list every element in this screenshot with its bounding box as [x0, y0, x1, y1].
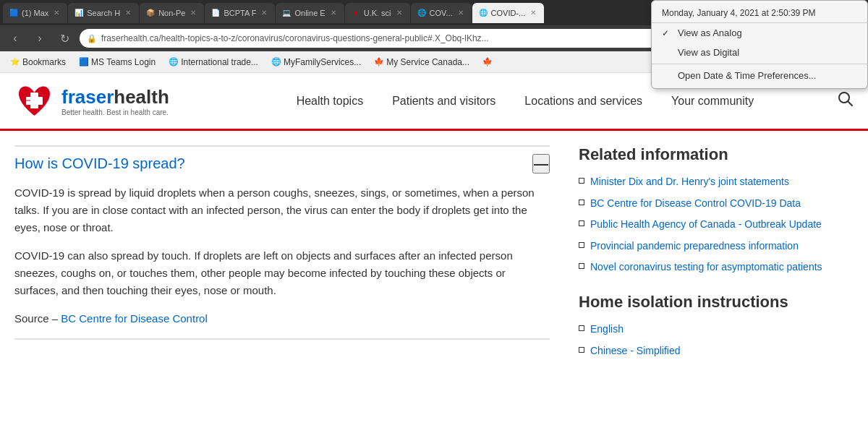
- globe-icon-1: 🌐: [169, 57, 179, 67]
- intl-trade-bookmark[interactable]: 🌐 International trade...: [164, 56, 263, 69]
- fh-logo[interactable]: fraserhealth Better health. Best in heal…: [14, 81, 169, 121]
- bookmarks-manager[interactable]: ⭐ Bookmarks: [6, 56, 70, 69]
- link-square-chi: [579, 347, 584, 353]
- nav-locations-services[interactable]: Locations and services: [524, 92, 642, 111]
- content-right: Related information Minister Dix and Dr.…: [579, 145, 854, 432]
- link-square-5: [579, 263, 584, 269]
- back-button[interactable]: ‹: [6, 29, 25, 48]
- menu-prefs-label: Open Date & Time Preferences...: [678, 73, 816, 81]
- related-link-5-text: Novel coronavirus testing for asymptomat…: [590, 260, 822, 275]
- tab-title-teams: (1) Max: [22, 9, 48, 17]
- tab-title-nonpe: Non-Pe: [158, 9, 185, 17]
- tab-title-uksci: U.K. sci: [364, 9, 391, 17]
- question-header: How is COVID-19 spread? —: [14, 154, 550, 184]
- maple-leaf-icon-1: 🍁: [374, 57, 384, 67]
- service-canada-bookmark[interactable]: 🍁 My Service Canada...: [370, 56, 474, 69]
- tab-favicon-covid: 🌐: [478, 8, 488, 18]
- tab-favicon-bcpta: 📄: [210, 8, 221, 18]
- website: fraserhealth Better health. Best in heal…: [0, 73, 868, 446]
- tab-close-online[interactable]: ✕: [328, 8, 339, 18]
- related-link-2-text: BC Centre for Disease Control COVID-19 D…: [590, 197, 801, 211]
- bookmarks-label: Bookmarks: [22, 57, 66, 67]
- nav-your-community[interactable]: Your community: [671, 92, 754, 111]
- fh-logo-text: fraserhealth Better health. Best in heal…: [61, 86, 169, 116]
- maple-bookmark-2[interactable]: 🍁: [478, 56, 497, 68]
- url-text: fraserhealth.ca/health-topics-a-to-z/cor…: [101, 33, 489, 43]
- related-link-1[interactable]: Minister Dix and Dr. Henry's joint state…: [579, 175, 854, 189]
- maple-leaf-icon-2: 🍁: [482, 57, 493, 67]
- myfamily-label: MyFamilyServices...: [284, 57, 361, 67]
- collapse-button[interactable]: —: [532, 154, 550, 173]
- related-link-3[interactable]: Public Health Agency of Canada - Outbrea…: [579, 218, 854, 232]
- related-link-4[interactable]: Provincial pandemic preparedness informa…: [579, 239, 854, 254]
- link-square-1: [579, 178, 584, 184]
- menu-date-prefs[interactable]: Open Date & Time Preferences...: [652, 73, 867, 85]
- tab-title-search: Search H: [87, 9, 120, 17]
- related-link-2[interactable]: BC Centre for Disease Control COVID-19 D…: [579, 197, 854, 211]
- isolation-chinese-text: Chinese - Simplified: [590, 344, 681, 359]
- tab-title-online: Online E: [294, 9, 325, 17]
- tab-close-cov1[interactable]: ✕: [456, 8, 466, 18]
- refresh-button[interactable]: ↻: [55, 29, 74, 48]
- source-prefix: Source –: [14, 312, 61, 325]
- tab-favicon-search: 📊: [74, 8, 84, 18]
- fh-nav: Health topics Patients and visitors Loca…: [213, 92, 838, 111]
- context-menu: Monday, January 4, 2021 at 2:50:39 PM ✓ …: [651, 73, 868, 89]
- tab-close-search[interactable]: ✕: [123, 8, 133, 18]
- link-square-2: [579, 200, 584, 205]
- tab-title-bcpta: BCPTA F: [224, 9, 256, 17]
- tab-nonpe[interactable]: 📦 Non-Pe ✕: [140, 3, 204, 23]
- nav-patients-visitors[interactable]: Patients and visitors: [392, 92, 495, 111]
- source-link[interactable]: BC Centre for Disease Control: [61, 312, 208, 325]
- main-content: How is COVID-19 spread? — COVID-19 is sp…: [0, 131, 868, 446]
- url-bar[interactable]: 🔒 fraserhealth.ca/health-topics-a-to-z/c…: [80, 29, 751, 48]
- star-icon: ⭐: [10, 57, 20, 67]
- msteams-bookmark[interactable]: 🟦 MS Teams Login: [75, 56, 160, 69]
- tab-favicon-nonpe: 📦: [145, 8, 156, 18]
- fh-tagline: Better health. Best in health care.: [61, 108, 169, 116]
- lock-icon: 🔒: [87, 34, 97, 43]
- teams-icon: 🟦: [79, 57, 89, 67]
- tab-close-nonpe[interactable]: ✕: [188, 8, 198, 18]
- tab-title-cov1: COV...: [430, 9, 453, 17]
- isolation-link-chinese[interactable]: Chinese - Simplified: [579, 344, 854, 359]
- tab-cov1[interactable]: 🌐 COV... ✕: [411, 3, 472, 23]
- fraser-text: fraser: [61, 86, 114, 108]
- tab-covid-active[interactable]: 🌐 COVID-... ✕: [472, 3, 545, 23]
- svg-line-3: [848, 101, 852, 106]
- tab-favicon-teams: 🟦: [9, 8, 19, 18]
- tab-close-bcpta[interactable]: ✕: [259, 8, 269, 18]
- tab-close-covid[interactable]: ✕: [528, 8, 538, 18]
- health-text: health: [114, 86, 169, 108]
- question-section: How is COVID-19 spread? — COVID-19 is sp…: [14, 145, 550, 327]
- tab-title-covid: COVID-...: [491, 9, 526, 17]
- tab-uksci[interactable]: ● U.K. sci ✕: [345, 3, 410, 23]
- service-canada-label: My Service Canada...: [386, 57, 469, 67]
- isolation-link-english[interactable]: English: [579, 322, 854, 337]
- related-link-4-text: Provincial pandemic preparedness informa…: [590, 239, 799, 254]
- search-icon[interactable]: [838, 91, 854, 111]
- msteams-label: MS Teams Login: [91, 57, 156, 67]
- fh-logo-main: fraserhealth: [61, 86, 169, 108]
- tab-teams[interactable]: 🟦 (1) Max ✕: [3, 3, 67, 23]
- isolation-title: Home isolation instructions: [579, 293, 854, 312]
- globe-icon-2: 🌐: [271, 57, 281, 67]
- tab-bcpta[interactable]: 📄 BCPTA F ✕: [205, 3, 275, 23]
- related-info-section: Related information Minister Dix and Dr.…: [579, 145, 854, 275]
- paragraph-1: COVID-19 is spread by liquid droplets wh…: [14, 184, 550, 236]
- tab-close-teams[interactable]: ✕: [51, 8, 61, 18]
- isolation-section: Home isolation instructions English Chin…: [579, 293, 854, 358]
- nav-health-topics[interactable]: Health topics: [297, 92, 364, 111]
- paragraph-2: COVID-19 can also spread by touch. If dr…: [14, 247, 550, 299]
- tab-online[interactable]: 💻 Online E ✕: [276, 3, 344, 23]
- content-left: How is COVID-19 spread? — COVID-19 is sp…: [14, 145, 550, 432]
- tab-search[interactable]: 📊 Search H ✕: [68, 3, 139, 23]
- tab-close-uksci[interactable]: ✕: [394, 8, 404, 18]
- intl-trade-label: International trade...: [181, 57, 258, 67]
- related-link-5[interactable]: Novel coronavirus testing for asymptomat…: [579, 260, 854, 275]
- bottom-divider: [14, 338, 550, 340]
- forward-button[interactable]: ›: [30, 29, 49, 48]
- question-title: How is COVID-19 spread?: [14, 155, 185, 172]
- isolation-english-text: English: [590, 322, 624, 337]
- myfamily-bookmark[interactable]: 🌐 MyFamilyServices...: [267, 56, 365, 69]
